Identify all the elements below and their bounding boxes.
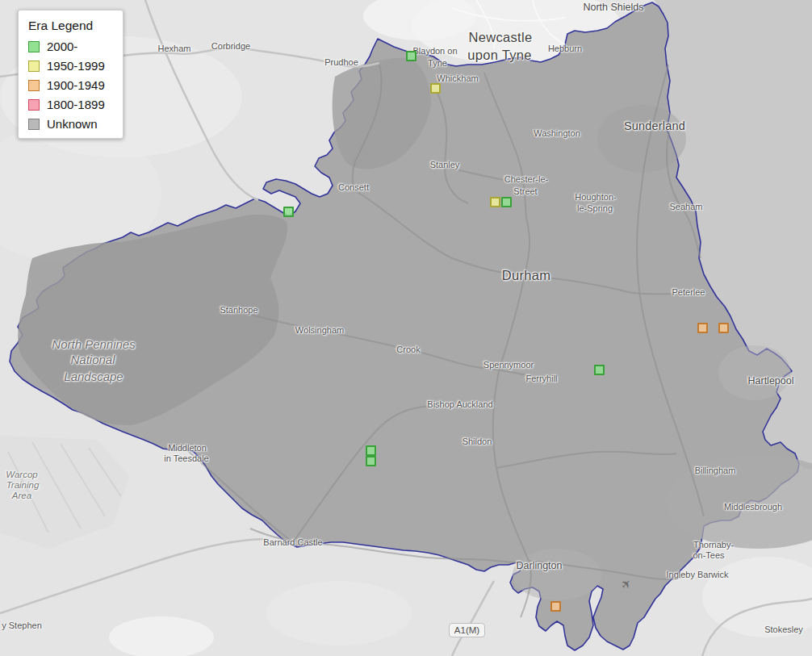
- place-label: Blaydon on: [412, 47, 457, 56]
- era-marker[interactable]: [594, 365, 605, 375]
- legend-label: Unknown: [47, 118, 98, 130]
- place-label: Warcop: [6, 470, 37, 480]
- legend-swatch-1800-1899: [28, 99, 40, 111]
- era-marker[interactable]: [366, 456, 376, 466]
- place-label: Bishop Auckland: [427, 400, 492, 409]
- place-label: Prudhoe: [324, 58, 358, 67]
- legend-swatch-2000-: [28, 41, 40, 52]
- place-label: Billingham: [695, 466, 736, 475]
- place-label: Wolsingham: [295, 326, 344, 335]
- place-label: Seaham: [670, 203, 703, 211]
- place-label: Stanhope: [220, 306, 257, 315]
- map-viewport[interactable]: North ShieldsNewcastleupon TyneHebburnBl…: [0, 0, 812, 656]
- place-label: on-Tees: [693, 551, 724, 560]
- place-label: Stanley: [430, 161, 460, 169]
- legend-swatch-1900-1949: [28, 80, 40, 91]
- place-label: Houghton-: [575, 193, 616, 202]
- era-legend: Era Legend 2000-1950-19991900-19491800-1…: [18, 10, 123, 139]
- era-marker[interactable]: [550, 601, 561, 612]
- place-label: Whickham: [437, 74, 478, 83]
- urban-patch: [597, 105, 686, 173]
- urban-patch: [513, 549, 601, 600]
- place-label: le-Spring: [577, 204, 613, 213]
- place-label: Washington: [534, 129, 580, 138]
- place-label: Chester-le-: [504, 175, 548, 184]
- era-marker[interactable]: [501, 197, 512, 207]
- era-marker[interactable]: [490, 197, 500, 207]
- legend-label: 1900-1949: [47, 79, 105, 91]
- place-label: Corbridge: [211, 42, 250, 51]
- legend-swatch-1950-1999: [28, 61, 40, 72]
- place-label: y Stephen: [2, 621, 42, 630]
- terrain-patch: [266, 581, 412, 646]
- place-label: Ferryhill: [525, 374, 557, 383]
- place-label: Thornaby-: [693, 541, 734, 549]
- place-label: Consett: [338, 183, 369, 192]
- place-label: North Shields: [583, 2, 643, 13]
- era-marker[interactable]: [718, 323, 729, 333]
- place-label: Landscape: [64, 370, 123, 382]
- place-label: upon Tyne: [467, 48, 531, 62]
- place-label: Sunderland: [624, 120, 685, 132]
- legend-swatch-unknown: [28, 119, 40, 130]
- place-label: Spennymoor: [483, 361, 534, 370]
- place-label: Hexham: [158, 44, 191, 53]
- place-label: Hebburn: [548, 44, 582, 53]
- era-marker[interactable]: [366, 445, 376, 456]
- urban-patch: [718, 345, 791, 400]
- place-label: National: [70, 353, 115, 366]
- legend-title: Era Legend: [28, 19, 115, 33]
- legend-row: Unknown: [28, 118, 115, 130]
- place-label: Street: [513, 187, 537, 196]
- place-label: Ingleby Barwick: [666, 570, 728, 579]
- legend-row: 1900-1949: [28, 79, 115, 91]
- era-marker[interactable]: [406, 51, 416, 61]
- road-shield-a1m: A1(M): [449, 623, 485, 637]
- place-label: Hartlepool: [748, 376, 794, 386]
- place-label: Peterlee: [672, 288, 705, 297]
- place-label: Area: [12, 491, 31, 501]
- era-marker[interactable]: [283, 207, 294, 217]
- place-label: Darlington: [517, 561, 563, 571]
- legend-items: 2000-1950-19991900-19491800-1899Unknown: [27, 40, 115, 130]
- place-label: Barnard Castle: [263, 538, 322, 547]
- place-label: Shildon: [463, 437, 492, 446]
- place-label: Durham: [502, 269, 551, 282]
- place-label: Training: [6, 481, 40, 491]
- era-marker[interactable]: [697, 323, 708, 333]
- place-label: Newcastle: [469, 31, 533, 44]
- legend-row: 1950-1999: [28, 60, 115, 72]
- era-marker[interactable]: [430, 83, 441, 94]
- legend-label: 2000-: [47, 40, 77, 52]
- legend-label: 1800-1899: [47, 98, 105, 111]
- place-label: Middlesbrough: [724, 503, 782, 512]
- legend-row: 1800-1899: [28, 98, 115, 111]
- place-label: Middleton: [168, 444, 207, 453]
- place-label: Stokesley: [764, 625, 803, 634]
- legend-row: 2000-: [28, 40, 115, 52]
- place-label: Crook: [396, 345, 420, 354]
- place-label: North Pennines: [52, 338, 135, 350]
- place-label: Tyne: [428, 59, 447, 68]
- legend-label: 1950-1999: [47, 60, 105, 72]
- place-label: in Teesdale: [164, 454, 208, 463]
